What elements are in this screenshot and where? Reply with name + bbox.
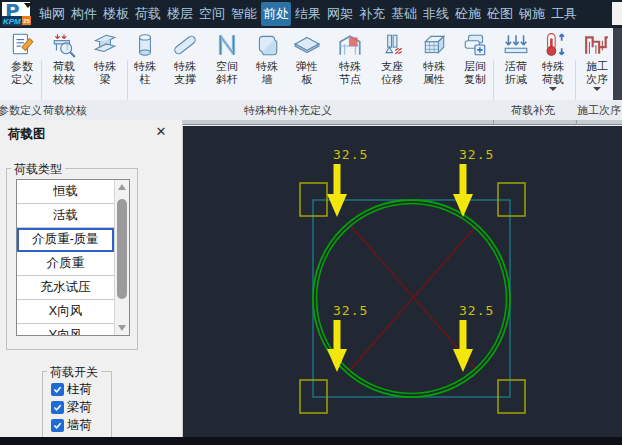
live-load-reduction-button[interactable]: 活荷 折减 (496, 30, 536, 100)
tab-steel-construction[interactable]: 钢施 (517, 2, 547, 26)
special-column-button[interactable]: 特殊 柱 (125, 30, 165, 100)
param-define-button[interactable]: 参数 定义 (2, 30, 42, 100)
tank-ring-outer (313, 200, 510, 397)
tab-grid-frame[interactable]: 网架 (325, 2, 355, 26)
down-arrows-icon (496, 30, 536, 60)
logo-text: KPM (3, 17, 21, 26)
load-diagram-drawing: 32.5 32.5 32.5 32.5 (183, 126, 622, 445)
load-arrow (453, 164, 473, 217)
tab-supplement[interactable]: 补充 (357, 2, 387, 26)
load-switch-group-label: 荷载开关 (47, 364, 101, 381)
tab-axis-grid[interactable]: 轴网 (37, 2, 67, 26)
checkbox-beam-load[interactable]: 梁荷 (51, 399, 92, 416)
load-check-button[interactable]: 荷载 校核 (44, 30, 84, 100)
load-value-label: 32.5 (459, 147, 494, 162)
tab-concrete-construction[interactable]: 砼施 (453, 2, 483, 26)
load-arrow (327, 164, 347, 217)
checked-checkbox-icon[interactable] (51, 419, 64, 432)
load-type-group-label: 荷载类型 (11, 161, 65, 178)
list-item-wind-x[interactable]: X向风 (17, 300, 114, 324)
flat-diamond-icon (287, 30, 327, 60)
special-beam-button[interactable]: 特殊 梁 (85, 30, 125, 100)
logo-version-badge: 25 (22, 16, 31, 25)
slab-outline (313, 200, 510, 397)
canvas-top-scroll-strip[interactable] (183, 120, 622, 125)
close-icon[interactable]: ✕ (153, 124, 169, 140)
construction-sequence-button[interactable]: 施工 次序 (577, 30, 617, 100)
list-item-dead-load[interactable]: 恒载 (17, 180, 114, 204)
scroll-down-icon[interactable] (115, 321, 129, 335)
load-type-groupbox: 荷载类型 恒载 活载 介质重-质量 介质重 充水试压 X向风 Y向风 (6, 168, 138, 350)
special-load-button[interactable]: 特殊 荷载 (533, 30, 573, 100)
tab-nonlinear[interactable]: 非线 (421, 2, 451, 26)
ribbon-toolbar: 参数 定义 荷载 校核 特殊 梁 特殊 柱 (0, 28, 622, 100)
list-scrollbar[interactable] (114, 180, 129, 335)
load-type-list: 恒载 活载 介质重-质量 介质重 充水试压 X向风 Y向风 (16, 179, 130, 336)
floor-copy-button[interactable]: 层间 复制 (455, 30, 495, 100)
pkpm-logo[interactable]: P KPM 25 (2, 2, 30, 26)
menu-bar: P KPM 25 轴网 构件 楼板 荷载 楼层 空间 智能 前处 结果 网架 补… (0, 0, 622, 28)
bottom-command-bar (0, 437, 622, 445)
special-brace-button[interactable]: 特殊 支撑 (165, 30, 205, 100)
list-item-medium-mass[interactable]: 介质重-质量 (17, 228, 114, 252)
tab-space[interactable]: 空间 (197, 2, 227, 26)
checked-checkbox-icon[interactable] (51, 401, 64, 414)
checkbox-wall-load[interactable]: 墙荷 (51, 417, 92, 434)
tab-members[interactable]: 构件 (69, 2, 99, 26)
group-label-check: 荷载校核 (43, 103, 87, 118)
tab-tools[interactable]: 工具 (549, 2, 579, 26)
special-attribute-button[interactable]: 特殊 属性 (414, 30, 454, 100)
stacked-layers-plus-icon (455, 30, 495, 60)
drawing-canvas[interactable]: 32.5 32.5 32.5 32.5 (183, 126, 622, 445)
load-switch-groupbox: 荷载开关 柱荷 梁荷 墙荷 (42, 371, 112, 437)
load-type-rows: 恒载 活载 介质重-质量 介质重 充水试压 X向风 Y向风 (17, 180, 114, 336)
load-value-label: 32.5 (333, 147, 368, 162)
space-diagonal-button[interactable]: 空间 斜杆 (207, 30, 247, 100)
special-joint-button[interactable]: 特殊 节点 (330, 30, 370, 100)
application-window: P KPM 25 轴网 构件 楼板 荷载 楼层 空间 智能 前处 结果 网架 补… (0, 0, 622, 445)
tank-ring-inner (317, 204, 507, 394)
ribbon-group-label-bar: 参数定义 荷载校核 特殊构件补充定义 荷载补充 施工次序 (0, 100, 622, 120)
tab-concrete-drawing[interactable]: 砼图 (485, 2, 515, 26)
grid-box-icon (414, 30, 454, 60)
logo-dropdown-icon[interactable] (24, 3, 32, 8)
group-label-param: 参数定义 (0, 103, 42, 118)
scroll-up-icon[interactable] (115, 180, 129, 194)
tab-floor-slab[interactable]: 楼板 (101, 2, 131, 26)
list-item-medium[interactable]: 介质重 (17, 252, 114, 276)
load-value-label: 32.5 (459, 303, 494, 318)
tab-results[interactable]: 结果 (293, 2, 323, 26)
tab-foundation[interactable]: 基础 (389, 2, 419, 26)
tab-preprocess[interactable]: 前处 (261, 2, 291, 26)
list-item-wind-y[interactable]: Y向风 (17, 324, 114, 336)
tab-loads[interactable]: 荷载 (133, 2, 163, 26)
load-diagram-panel: 荷载图 ✕ 荷载类型 恒载 活载 介质重-质量 介质重 充水试压 X向风 Y向风 (0, 120, 183, 437)
load-magnifier-icon (44, 30, 84, 60)
cylinder-icon (125, 30, 165, 60)
list-item-water-test[interactable]: 充水试压 (17, 276, 114, 300)
dropdown-caret-icon[interactable] (549, 87, 557, 91)
document-pencil-icon (2, 30, 42, 60)
scroll-thumb[interactable] (117, 199, 127, 299)
sequence-maze-icon (577, 30, 617, 60)
dropdown-caret-icon[interactable] (593, 87, 601, 91)
window-edge-box (612, 2, 622, 25)
load-value-label: 32.5 (333, 303, 368, 318)
tab-smart[interactable]: 智能 (229, 2, 259, 26)
strip-tick (576, 120, 577, 125)
support-icon (372, 30, 412, 60)
list-item-live-load[interactable]: 活载 (17, 204, 114, 228)
checkbox-column-load[interactable]: 柱荷 (51, 381, 92, 398)
group-label-loadsup: 荷载补充 (511, 103, 555, 118)
i-beam-icon (85, 30, 125, 60)
ribbon-tab-strip: 轴网 构件 楼板 荷载 楼层 空间 智能 前处 结果 网架 补充 基础 非线 砼… (36, 0, 580, 28)
frame-joint-icon (330, 30, 370, 60)
strip-tick (493, 120, 494, 125)
checked-checkbox-icon[interactable] (51, 383, 64, 396)
tab-stories[interactable]: 楼层 (165, 2, 195, 26)
special-wall-button[interactable]: 特殊 墙 (247, 30, 287, 100)
diagonal-brace-icon (165, 30, 205, 60)
elastic-slab-button[interactable]: 弹性 板 (287, 30, 327, 100)
panel-title: 荷载图 (8, 126, 46, 143)
support-displacement-button[interactable]: 支座 位移 (372, 30, 412, 100)
